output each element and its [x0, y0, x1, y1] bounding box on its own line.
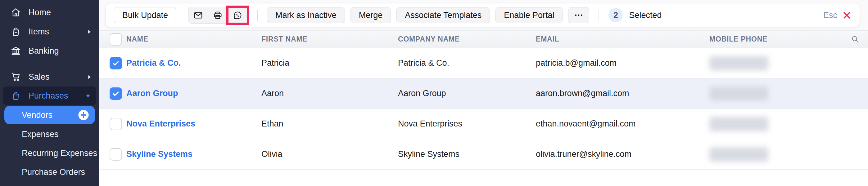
sidebar-item-banking[interactable]: Banking [0, 41, 99, 61]
table-row[interactable]: Patricia & Co. Patricia Patricia & Co. p… [99, 48, 868, 78]
redacted-phone [709, 56, 768, 70]
whatsapp-icon [233, 10, 243, 20]
associate-templates-button[interactable]: Associate Templates [397, 7, 490, 23]
app-root: Home Items Banking Sales [0, 0, 868, 186]
table-row[interactable]: Nova Enterprises Ethan Nova Enterprises … [99, 109, 868, 139]
vendor-name-link[interactable]: Skyline Systems [126, 149, 192, 159]
chevron-right-icon [87, 74, 92, 80]
toolbar-strip: Bulk Update [99, 0, 868, 30]
sidebar-item-vendors-selected[interactable]: Vendors [4, 106, 95, 124]
chevron-down-icon [85, 93, 91, 99]
table-row[interactable]: Skyline Systems Olivia Skyline Systems o… [99, 139, 868, 170]
sidebar-item-expenses[interactable]: Expenses [0, 125, 99, 144]
sidebar-item-purchases[interactable]: Purchases [3, 86, 96, 105]
cart-icon [10, 72, 21, 82]
company-name-cell: Skyline Systems [398, 149, 536, 159]
home-icon [10, 7, 21, 18]
column-header-first-name[interactable]: FIRST NAME [261, 35, 398, 43]
row-checkbox[interactable] [110, 57, 122, 69]
email-cell: patricia.b@gmail.com [536, 58, 709, 68]
mail-icon [193, 10, 203, 20]
chevron-right-icon [87, 29, 92, 34]
email-cell: ethan.novaent@gmail.com [536, 119, 709, 128]
close-icon[interactable] [842, 10, 851, 20]
column-header-company-name[interactable]: COMPANY NAME [398, 35, 536, 43]
first-name-cell: Olivia [261, 149, 398, 159]
merge-button[interactable]: Merge [350, 7, 391, 23]
vendor-name-link[interactable]: Aaron Group [126, 89, 178, 98]
enable-portal-button[interactable]: Enable Portal [495, 7, 562, 23]
sidebar-item-purchase-orders[interactable]: Purchase Orders [0, 163, 99, 182]
print-button[interactable] [208, 7, 228, 24]
bank-icon [10, 45, 21, 56]
email-cell: olivia.truner@skyline.com [536, 149, 709, 159]
vendor-name-link[interactable]: Patricia & Co. [126, 58, 181, 68]
whatsapp-button[interactable] [228, 7, 248, 24]
selected-count-badge: 2 [609, 8, 623, 22]
first-name-cell: Aaron [261, 89, 398, 98]
bulk-actions-toolbar: Bulk Update [105, 3, 860, 27]
redacted-phone [709, 147, 768, 161]
table-header: NAME FIRST NAME COMPANY NAME EMAIL MOBIL… [99, 30, 868, 48]
sidebar-item-label: Vendors [22, 110, 53, 120]
print-icon [213, 10, 223, 20]
sidebar-item-label: Banking [29, 46, 59, 56]
mail-button[interactable] [188, 7, 208, 24]
first-name-cell: Patricia [261, 58, 398, 68]
redacted-phone [709, 117, 768, 131]
select-all-checkbox[interactable] [110, 33, 122, 45]
more-actions-button[interactable] [568, 7, 589, 23]
ellipsis-icon [574, 10, 584, 21]
table-row[interactable]: Aaron Group Aaron Aaron Group aaron.brow… [99, 78, 868, 109]
column-header-mobile-phone[interactable]: MOBILE PHONE [709, 35, 840, 43]
redacted-phone [709, 86, 768, 101]
mark-as-inactive-button[interactable]: Mark as Inactive [267, 7, 345, 23]
email-cell: aaron.brown@gmail.com [536, 89, 709, 98]
search-icon[interactable] [851, 35, 859, 43]
vendors-table: Patricia & Co. Patricia Patricia & Co. p… [99, 48, 868, 186]
bulk-update-button[interactable]: Bulk Update [114, 7, 176, 23]
sidebar: Home Items Banking Sales [0, 0, 99, 186]
row-checkbox[interactable] [110, 118, 122, 130]
plus-circle-icon[interactable] [78, 109, 89, 121]
sidebar-item-label: Sales [29, 72, 50, 82]
sidebar-item-label: Purchase Orders [22, 168, 85, 177]
sidebar-item-recurring-expenses[interactable]: Recurring Expenses [0, 144, 99, 163]
company-name-cell: Aaron Group [398, 89, 536, 98]
toolbar-divider [257, 10, 258, 21]
row-checkbox[interactable] [110, 148, 122, 160]
sidebar-item-label: Expenses [22, 129, 59, 139]
toolbar-divider [598, 10, 599, 21]
column-header-name[interactable]: NAME [126, 35, 261, 43]
sidebar-item-label: Home [29, 8, 51, 17]
main-content: Bulk Update [99, 0, 868, 186]
sidebar-item-label: Purchases [29, 91, 68, 101]
company-name-cell: Patricia & Co. [398, 58, 536, 68]
esc-label: Esc [823, 10, 837, 20]
first-name-cell: Ethan [261, 119, 398, 128]
sidebar-item-sales[interactable]: Sales [0, 67, 99, 86]
purchases-bag-icon [10, 90, 21, 101]
action-buttons: Mark as Inactive Merge Associate Templat… [267, 7, 589, 23]
sidebar-item-items[interactable]: Items [0, 22, 99, 41]
sidebar-item-label: Recurring Expenses [22, 148, 97, 158]
vendor-name-link[interactable]: Nova Enterprises [126, 119, 195, 128]
sidebar-item-home[interactable]: Home [0, 3, 99, 22]
selected-label: Selected [629, 10, 661, 20]
sidebar-item-label: Items [29, 27, 49, 37]
send-icons-group [188, 7, 248, 24]
row-checkbox[interactable] [110, 87, 122, 100]
company-name-cell: Nova Enterprises [398, 119, 536, 128]
dismiss-area: Esc [823, 10, 851, 20]
shopping-bag-icon [10, 26, 21, 37]
column-header-email[interactable]: EMAIL [536, 35, 709, 43]
